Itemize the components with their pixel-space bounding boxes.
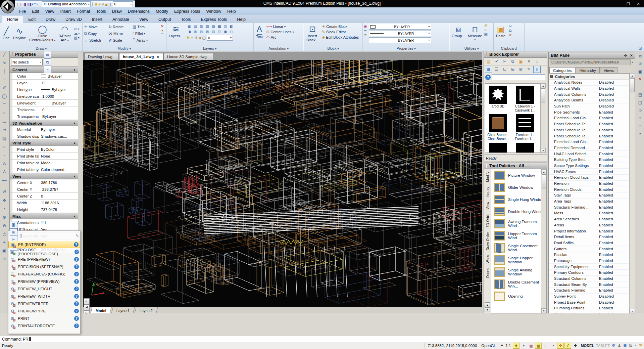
palette-item[interactable]: Single Hopper Window xyxy=(491,254,546,266)
bim-tab[interactable]: Hierarchy xyxy=(576,67,600,74)
block-search-input[interactable] xyxy=(492,74,545,80)
draw-group-footer[interactable]: Draw ▾ xyxy=(0,46,82,50)
block-tool-button[interactable]: ✎Block Editor xyxy=(322,30,359,34)
menu-item[interactable]: Express Tools xyxy=(171,8,203,15)
esnap-toggle[interactable]: ✛ xyxy=(557,343,564,349)
menu-item[interactable]: View xyxy=(42,8,57,15)
modify-tool-button[interactable]: ⇗Scale xyxy=(108,37,133,44)
grid-toggle[interactable]: ▩ xyxy=(535,343,542,349)
palette-tab[interactable]: Draw Order xyxy=(486,232,490,250)
select-objects-icon[interactable]: ⧉ xyxy=(44,58,51,66)
toggle-pickadd-icon[interactable]: ◔ xyxy=(44,66,51,73)
mail-icon[interactable]: ✉ xyxy=(639,344,642,348)
bim-tree-header[interactable]: ⊟Categories xyxy=(549,74,630,80)
autosnap-toggle[interactable]: ✹ xyxy=(513,343,519,349)
help-icon[interactable]: ? xyxy=(74,323,79,328)
insert-block-button[interactable]: ⊡InsertBlock... xyxy=(305,24,320,43)
save-as-icon[interactable]: ◨ xyxy=(28,2,32,6)
property-row[interactable]: Annotation s...1:1 xyxy=(10,219,78,226)
user-icon[interactable]: ♟ xyxy=(617,344,621,348)
zoom-in-icon[interactable]: ⊕ xyxy=(0,213,9,221)
menu-item[interactable]: Insert xyxy=(57,8,74,15)
property-row[interactable]: Center X389.1786 xyxy=(10,179,78,186)
quick-draw-icon[interactable]: ◔ xyxy=(634,344,636,348)
delete-icon[interactable]: ✕ xyxy=(525,58,533,65)
palette-item[interactable]: Single Casement Wind... xyxy=(491,242,546,254)
text-tool-icon[interactable]: A xyxy=(0,160,9,167)
sun-icon[interactable]: ☀ xyxy=(190,36,194,40)
modify-tool-button[interactable]: ↻Rotate xyxy=(108,24,133,30)
annotation-toggle[interactable]: ✦ xyxy=(520,343,527,349)
erase-icon[interactable]: ✕ xyxy=(160,25,164,28)
insert-block-icon[interactable]: ⊡ xyxy=(638,46,642,50)
polyline-tool-icon[interactable]: ∿ xyxy=(0,59,9,66)
linetype-icon[interactable]: ┅ xyxy=(364,29,367,33)
command-suggestion[interactable]: ☰ PREFERENCES (CONFIG) ? xyxy=(8,270,80,278)
layout-tab[interactable]: Layout2 xyxy=(134,307,158,314)
filter-icon[interactable]: ✇ xyxy=(484,24,488,28)
layer-tool-icon[interactable]: ▢ xyxy=(229,29,234,34)
palette-tab[interactable]: Modify xyxy=(486,172,490,182)
annotation-group-footer[interactable]: Annotation ▾ xyxy=(253,46,304,50)
tool-palettes-title[interactable]: Tool Palettes - All ... xyxy=(484,163,547,169)
bim-category-row[interactable]: Panel Schedule Te...Enabled xyxy=(549,133,630,139)
window-control-button[interactable]: ─ xyxy=(613,0,623,7)
section-header-3d-visualisation[interactable]: 3D Visualisation▲ xyxy=(10,120,78,126)
palette-item[interactable]: Opening xyxy=(491,290,546,302)
command-input[interactable]: Command: PR xyxy=(0,336,644,342)
palette-item[interactable]: Single Awning Window xyxy=(491,266,546,278)
bim-path-dropdown[interactable]: C:\Users\CMS\Documents\vhn\intellicad\fi… xyxy=(550,59,631,65)
annotation-tool-button[interactable]: ⟷Linear▾ xyxy=(266,25,294,29)
document-tab[interactable]: Drawing1.dwg xyxy=(84,53,119,60)
property-row[interactable]: Width1188.3016 xyxy=(10,200,78,206)
undo-view-icon[interactable]: ↺ xyxy=(0,188,9,195)
scroll-down-icon[interactable]: ▼ xyxy=(630,309,635,313)
palette-scrollbar[interactable]: ▲ ▼ xyxy=(541,169,546,313)
help-icon[interactable]: ? xyxy=(74,264,79,269)
menu-item[interactable]: Draw xyxy=(109,8,125,15)
workspace-selector[interactable]: ⚙ Drafting and Annotation ▾ xyxy=(42,1,91,7)
more-icon[interactable]: ▾ xyxy=(639,131,641,135)
quick-select-icon[interactable]: ⊞ xyxy=(484,28,488,32)
divider[interactable]: — xyxy=(0,176,9,184)
palette-item[interactable]: Awning Transom Wind... xyxy=(491,218,546,230)
command-suggestion[interactable]: ⚙ PRINTAUTOROTATE ? xyxy=(8,322,80,330)
bim-category-row[interactable]: Primary ContoursEnabled xyxy=(549,270,630,276)
bim-category-row[interactable]: Pipe SegmentsEnabled xyxy=(549,109,630,115)
scroll-up-icon[interactable]: ▲ xyxy=(541,169,546,174)
layer-tool-icon[interactable]: ▨ xyxy=(210,24,216,29)
ribbon-tab[interactable]: View xyxy=(134,16,153,23)
menu-item[interactable]: Dimensions xyxy=(125,8,153,15)
save-icon[interactable]: ◧ xyxy=(24,2,28,6)
properties-group-footer[interactable]: Properties ▾ xyxy=(362,46,450,50)
color-swatch-icon[interactable]: ▢ xyxy=(202,36,206,40)
bylayer-dropdown[interactable]: BYLAYER▾ xyxy=(369,31,431,36)
section-header-view[interactable]: View▲ xyxy=(10,173,78,179)
insert-explode-icon[interactable]: ⊠ xyxy=(517,66,525,73)
arc-button[interactable]: ◠3-PointArc ▾ xyxy=(57,24,72,43)
command-suggestion[interactable]: ◎ PRE (PPREVIEW) ? xyxy=(8,256,80,263)
double-line-tool-icon[interactable]: ∥ xyxy=(0,67,9,75)
new-file-icon[interactable]: ▢ xyxy=(17,2,21,6)
ribbon-tab[interactable]: Help xyxy=(232,16,251,23)
bim-category-row[interactable]: Area SchemesEnabled xyxy=(549,216,630,222)
pan-icon[interactable]: ❖ xyxy=(0,197,9,204)
lwt-toggle[interactable]: ✚ xyxy=(572,343,579,349)
model-space-button[interactable]: MODEL xyxy=(581,344,594,348)
edit-block-icon[interactable]: ✎ xyxy=(525,66,533,73)
arc-tool-icon[interactable]: ◠ xyxy=(0,101,9,108)
help-icon[interactable]: ? xyxy=(75,250,79,254)
help-icon[interactable]: ? xyxy=(74,316,79,321)
verify-icon[interactable]: ✔ xyxy=(493,58,500,65)
bylayer-dropdown[interactable]: BYLAYER▾ xyxy=(369,24,431,30)
layout-tab[interactable]: Layout1 xyxy=(111,307,135,314)
bim-category-row[interactable]: Revision Cloud TagsEnabled xyxy=(549,175,630,181)
property-row[interactable]: Center Y-238.3757 xyxy=(10,186,78,193)
ribbon-tab[interactable]: Insert xyxy=(87,16,107,23)
property-row[interactable]: Print table att...Model xyxy=(10,160,78,166)
cut-icon[interactable]: ✂ xyxy=(501,58,508,65)
property-row[interactable]: Shadow displ...Shadows cas... xyxy=(10,133,78,140)
command-suggestion[interactable]: ✛ PRECISION (SETESNAP) ? xyxy=(8,263,80,270)
palette-item[interactable]: Hopper Transom Wind... xyxy=(491,230,546,242)
help-icon[interactable]: ? xyxy=(74,301,79,306)
